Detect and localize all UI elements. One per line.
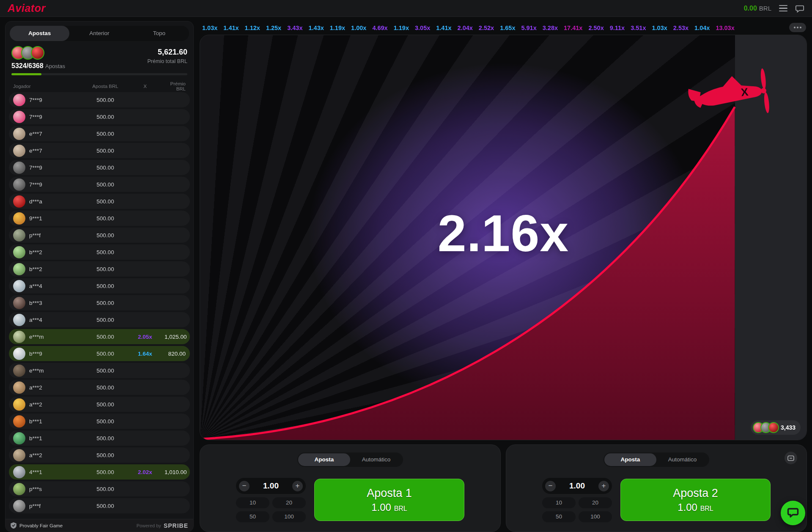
- tab-aposta[interactable]: Aposta: [298, 453, 350, 466]
- powered-by-label: Powered by: [137, 523, 161, 528]
- history-multiplier[interactable]: 1.43x: [308, 25, 324, 31]
- player-name: p***f: [29, 503, 41, 509]
- player-name: a***4: [29, 283, 42, 289]
- tab-automatico[interactable]: Automático: [350, 453, 402, 466]
- quick-amount-20[interactable]: 20: [272, 497, 306, 508]
- decrease-button[interactable]: −: [239, 481, 250, 491]
- player-name: a***2: [29, 452, 42, 458]
- provably-fair-label[interactable]: Provably Fair Game: [19, 523, 63, 528]
- history-multiplier[interactable]: 5.91x: [521, 25, 536, 31]
- quick-amount-100[interactable]: 100: [272, 511, 306, 522]
- bet-row: p***f 500.00: [9, 498, 190, 513]
- shield-check-icon: [11, 522, 16, 529]
- tab-aposta[interactable]: Aposta: [604, 453, 656, 466]
- quick-amount-100[interactable]: 100: [579, 511, 612, 522]
- tab-topo[interactable]: Topo: [129, 26, 189, 41]
- history-multiplier[interactable]: 1.41x: [436, 25, 451, 31]
- bet-row: 7***9 500.00: [9, 160, 190, 175]
- collapse-panel-button[interactable]: [785, 452, 797, 464]
- bet-amount: 500.00: [85, 198, 126, 205]
- player-avatar: [13, 280, 25, 292]
- top-bar: Aviator 0.00BRL: [0, 0, 812, 17]
- history-multiplier[interactable]: 1.65x: [500, 25, 515, 31]
- history-multiplier[interactable]: 1.19x: [394, 25, 409, 31]
- history-multiplier[interactable]: 2.04x: [458, 25, 473, 31]
- col-prize: Prémio BRL: [165, 81, 186, 91]
- history-multiplier[interactable]: 1.25x: [266, 25, 281, 31]
- livechat-button[interactable]: [781, 501, 805, 525]
- player-avatar: [13, 111, 25, 123]
- quick-amount-20[interactable]: 20: [579, 497, 612, 508]
- history-multiplier[interactable]: 1.19x: [330, 25, 345, 31]
- history-multiplier[interactable]: 1.03x: [652, 25, 667, 31]
- history-multiplier[interactable]: 1.04x: [694, 25, 710, 31]
- history-multiplier[interactable]: 2.52x: [479, 25, 494, 31]
- player-avatar: [13, 246, 25, 258]
- history-multiplier[interactable]: 2.50x: [588, 25, 604, 31]
- aviator-logo: Aviator: [8, 2, 46, 14]
- player-name: a***2: [29, 384, 42, 391]
- bet-1-button[interactable]: Aposta 1 1.00 BRL: [314, 479, 464, 521]
- bet-amount: 500.00: [85, 181, 126, 188]
- history-multiplier[interactable]: 1.00x: [351, 25, 366, 31]
- bet-amount: 500.00: [85, 486, 126, 492]
- bet-amount: 500.00: [85, 300, 126, 306]
- bet-amount-value[interactable]: 1.00: [569, 481, 585, 491]
- history-multiplier[interactable]: 3.43x: [287, 25, 302, 31]
- player-name: e***7: [29, 131, 42, 137]
- bet-amount: 500.00: [85, 165, 126, 171]
- bet-amount: 500.00: [85, 418, 126, 425]
- quick-amount-10[interactable]: 10: [542, 497, 576, 508]
- quick-amount-50[interactable]: 50: [236, 511, 269, 522]
- chat-icon[interactable]: [795, 4, 804, 13]
- decrease-button[interactable]: −: [545, 481, 556, 491]
- history-multiplier[interactable]: 9.11x: [610, 25, 625, 31]
- player-name: p***s: [29, 486, 42, 492]
- player-avatar: [13, 162, 25, 174]
- bet-prize: 1,025.00: [165, 334, 187, 340]
- col-x: X: [126, 84, 165, 89]
- bet-amount: 500.00: [85, 283, 126, 289]
- bet-1-button-title: Aposta 1: [367, 487, 412, 500]
- bet-row: a***4 500.00: [9, 312, 190, 327]
- history-multiplier[interactable]: 2.53x: [673, 25, 689, 31]
- bet-2-button-amount: 1.00: [678, 502, 697, 513]
- player-avatar: [13, 466, 25, 478]
- history-multiplier[interactable]: 17.41x: [564, 25, 582, 31]
- history-multiplier[interactable]: 3.05x: [415, 25, 430, 31]
- quick-amount-50[interactable]: 50: [542, 511, 576, 522]
- bet-amount: 500.00: [85, 351, 126, 357]
- bet-row: e***m 500.00 2.05x 1,025.00: [9, 329, 190, 344]
- bet-2-button[interactable]: Aposta 2 1.00 BRL: [620, 479, 771, 521]
- history-multiplier[interactable]: 3.51x: [631, 25, 646, 31]
- spribe-logo[interactable]: SPRIBE: [164, 522, 188, 529]
- bet-row: e***m 500.00: [9, 363, 190, 378]
- player-avatar: [13, 415, 25, 428]
- increase-button[interactable]: +: [292, 481, 303, 491]
- hamburger-menu-icon[interactable]: [779, 5, 787, 12]
- history-more-button[interactable]: [789, 23, 806, 32]
- history-multiplier[interactable]: 3.28x: [543, 25, 558, 31]
- bet-amount: 500.00: [85, 266, 126, 272]
- history-multiplier[interactable]: 1.12x: [245, 25, 260, 31]
- bet-row: a***2 500.00: [9, 447, 190, 463]
- bet-row: a***2 500.00: [9, 397, 190, 412]
- avatar: [31, 46, 44, 60]
- history-multiplier[interactable]: 13.03x: [716, 25, 734, 31]
- tab-anterior[interactable]: Anterior: [69, 26, 129, 41]
- bet-row: 7***9 500.00: [9, 109, 190, 124]
- quick-amount-10[interactable]: 10: [236, 497, 269, 508]
- history-multiplier[interactable]: 4.69x: [372, 25, 387, 31]
- increase-button[interactable]: +: [598, 481, 609, 491]
- history-multiplier[interactable]: 1.03x: [202, 25, 217, 31]
- round-stats: 5324/6368 Apostas 5,621.60 Prémio total …: [11, 46, 187, 70]
- amount-stepper: − 1.00 +: [542, 478, 612, 494]
- history-multiplier[interactable]: 1.41x: [223, 25, 239, 31]
- tab-automatico[interactable]: Automático: [656, 453, 708, 466]
- player-avatar: [13, 331, 25, 343]
- bet-row: a***4 500.00: [9, 278, 190, 293]
- bet-amount: 500.00: [85, 334, 126, 340]
- bet-amount-value[interactable]: 1.00: [263, 481, 279, 491]
- history-bar: 1.03x1.41x1.12x1.25x3.43x1.43x1.19x1.00x…: [200, 21, 807, 35]
- tab-apostas[interactable]: Apostas: [10, 26, 69, 41]
